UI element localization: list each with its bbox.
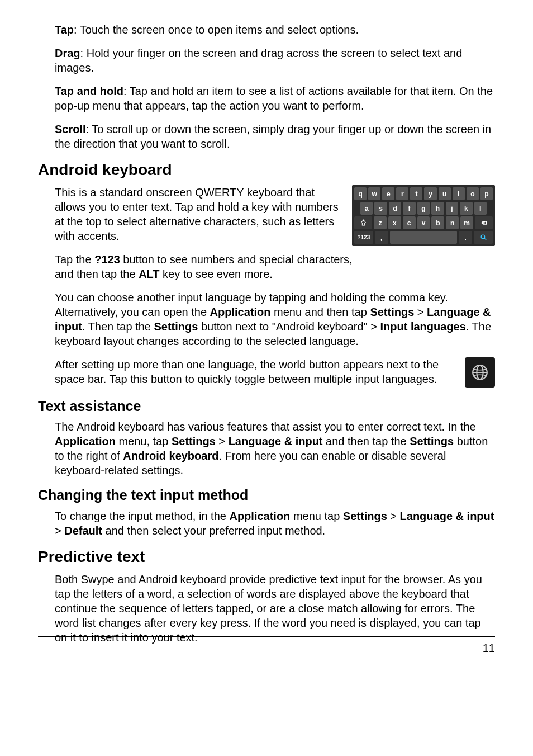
changing-input-body: To change the input method, in the Appli… [55, 509, 495, 538]
numbers-key: ?123 [354, 231, 373, 244]
key-c: c [403, 216, 416, 229]
search-key-icon [474, 231, 493, 244]
svg-point-0 [481, 235, 485, 239]
key-j: j [446, 202, 458, 215]
key-f: f [403, 202, 415, 215]
key-w: w [368, 187, 380, 200]
globe-button-icon [465, 357, 495, 388]
keyboard-row-4: ?123 , . [354, 231, 493, 244]
key-k: k [460, 202, 472, 215]
key-p: p [480, 187, 493, 200]
android-kb-numbers: Tap the ?123 button to see numbers and s… [55, 252, 356, 281]
key-g: g [417, 202, 430, 215]
keyboard-row-3: z x c v b n m [354, 216, 493, 229]
key-i: i [453, 187, 465, 200]
keyboard-row-2: a s d f g h j k l [354, 202, 493, 215]
svg-line-1 [484, 238, 486, 240]
key-o: o [467, 187, 479, 200]
gesture-scroll: Scroll: To scroll up or down the screen,… [55, 122, 495, 151]
key-v: v [417, 216, 430, 229]
key-e: e [382, 187, 394, 200]
page-number: 11 [483, 642, 495, 655]
key-a: a [360, 202, 373, 215]
heading-text-assistance: Text assistance [38, 398, 495, 415]
backspace-key-icon [475, 216, 493, 229]
comma-key: , [375, 231, 388, 244]
android-kb-world-button: After setting up more than one language,… [55, 357, 468, 386]
key-q: q [354, 187, 367, 200]
period-key: . [459, 231, 472, 244]
android-kb-intro: This is a standard onscreen QWERTY keybo… [55, 185, 356, 243]
key-n: n [446, 216, 459, 229]
key-m: m [460, 216, 473, 229]
heading-predictive-text: Predictive text [38, 547, 495, 566]
shift-key-icon [354, 216, 372, 229]
keyboard-illustration: q w e r t y u i o p a s d f g h j k l [352, 185, 495, 246]
predictive-text-body: Both Swype and Android keyboard provide … [55, 572, 495, 645]
space-key [390, 231, 457, 244]
key-x: x [388, 216, 401, 229]
key-h: h [431, 202, 444, 215]
heading-android-keyboard: Android keyboard [38, 160, 495, 179]
gesture-tap-and-hold: Tap and hold: Tap and hold an item to se… [55, 84, 495, 113]
key-t: t [410, 187, 422, 200]
keyboard-row-1: q w e r t y u i o p [354, 187, 493, 200]
android-kb-language: You can choose another input language by… [55, 290, 495, 348]
document-page: Tap: Touch the screen once to open items… [0, 0, 533, 676]
key-u: u [439, 187, 451, 200]
key-r: r [396, 187, 408, 200]
text-assistance-body: The Android keyboard has various feature… [55, 419, 495, 478]
key-l: l [474, 202, 487, 215]
key-d: d [389, 202, 401, 215]
key-y: y [424, 187, 436, 200]
gesture-drag: Drag: Hold your finger on the screen and… [55, 46, 495, 75]
footer-rule [38, 636, 495, 637]
key-b: b [431, 216, 444, 229]
key-z: z [374, 216, 387, 229]
key-s: s [374, 202, 387, 215]
gesture-tap: Tap: Touch the screen once to open items… [55, 22, 495, 37]
heading-changing-input: Changing the text input method [38, 486, 495, 504]
